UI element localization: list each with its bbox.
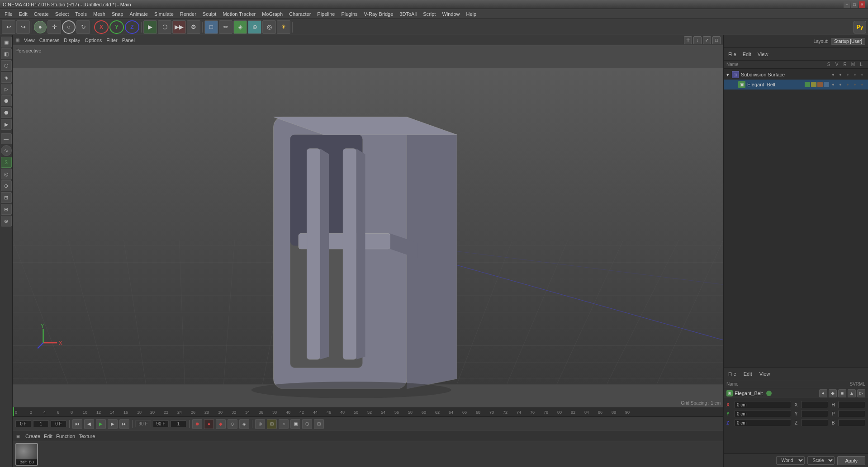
move-button[interactable]: ✛ [47,20,61,34]
om-tag-yellow[interactable] [811,82,816,87]
om-tag-green[interactable] [805,82,810,87]
end-frame-max[interactable]: 90 F [153,420,169,427]
deformer-tool-button[interactable]: ⊕ [248,20,261,34]
vp-menu-options[interactable]: Options [85,38,102,43]
am-mode-select[interactable]: WorldObjectLocal [776,456,805,465]
om-btn-file[interactable]: File [726,51,738,58]
om-subdiv-v[interactable]: ● [837,71,844,78]
left-mode-btn-2[interactable]: ⬡ [1,60,12,71]
om-row-elegant-belt[interactable]: ▣ Elegant_Belt ● ● ● ● ● [724,80,868,90]
am-pos-z-field[interactable]: 0 cm [735,419,791,426]
left-mode-btn-0[interactable]: ▣ [1,37,12,47]
left-mode-btn-5[interactable]: ⬢ [1,95,12,106]
vp-nav-btn-2[interactable]: ↓ [693,36,702,44]
mat-menu-function[interactable]: Function [56,434,75,439]
om-subdiv-s[interactable]: ● [830,71,836,78]
left-mode-btn-11[interactable]: ◎ [1,169,12,179]
om-belt-s[interactable]: ● [830,81,836,88]
om-belt-r[interactable]: ● [844,81,851,88]
play-button[interactable]: ▶ [96,419,106,429]
spline-tool-button[interactable]: ◈ [233,20,247,34]
om-tag-orange[interactable] [817,82,823,87]
om-belt-l[interactable]: ● [859,81,865,88]
render-region-button[interactable]: ⬡ [158,20,171,34]
end-frame-min[interactable]: 90 F [135,420,151,427]
skip-start-button[interactable]: ⏮ [72,419,82,429]
vp-nav-btn-1[interactable]: ✛ [684,36,692,44]
om-belt-v[interactable]: ● [837,81,844,88]
menu-script[interactable]: Script [420,10,438,18]
fps-display[interactable]: 1 [171,420,186,427]
om-expand-arrow[interactable]: ▾ [726,72,730,78]
start-frame-display[interactable]: 0 F [15,420,31,427]
config-btn-1[interactable]: ⊕ [255,419,265,429]
om-subdiv-l[interactable]: ● [859,71,865,78]
menu-plugins[interactable]: Plugins [338,10,360,18]
menu-mograph[interactable]: MoGraph [259,10,285,18]
z-axis-button[interactable]: Z [125,20,139,34]
auto-key-button[interactable]: ● [204,419,214,429]
vp-menu-view[interactable]: View [24,38,35,43]
current-frame-input[interactable]: 0 F [51,420,66,427]
scale-button[interactable]: ○ [62,20,76,34]
am-btn-file[interactable]: File [726,370,738,377]
am-pos-y-field[interactable]: 0 cm [735,410,791,417]
menu-character[interactable]: Character [286,10,313,18]
vp-menu-panel[interactable]: Panel [122,38,135,43]
pos-key-button[interactable]: ◇ [228,419,237,429]
am-btn-view[interactable]: View [758,370,772,377]
python-console-button[interactable]: Py [854,21,866,33]
am-rot-z-field[interactable] [801,419,828,426]
menu-animate[interactable]: Animate [127,10,151,18]
menu-file[interactable]: File [2,10,15,18]
left-mode-btn-15[interactable]: ⊗ [1,216,12,226]
config-btn-6[interactable]: ⊟ [314,419,324,429]
left-mode-btn-7[interactable]: ▶ [1,119,12,130]
y-axis-button[interactable]: Y [109,20,124,34]
key-all-button[interactable]: ◆ [216,419,226,429]
left-mode-btn-14[interactable]: ⊟ [1,204,12,215]
left-mode-btn-1[interactable]: ◧ [1,48,12,59]
vp-menu-display[interactable]: Display [64,38,80,43]
am-apply-button[interactable]: Apply [837,456,865,465]
om-subdiv-m[interactable]: ● [852,71,858,78]
menu-pipeline[interactable]: Pipeline [314,10,337,18]
cube-tool-button[interactable]: □ [204,20,218,34]
config-btn-2[interactable]: ⊞ [267,419,277,429]
close-button[interactable]: ✕ [859,1,865,8]
config-btn-5[interactable]: ⬡ [302,419,312,429]
record-button[interactable]: ⏺ [192,419,202,429]
menu-snap[interactable]: Snap [109,10,126,18]
om-btn-view[interactable]: View [756,51,770,58]
mat-menu-create[interactable]: Create [25,434,40,439]
am-rot-y-field[interactable] [801,410,828,417]
am-tag-1[interactable]: ● [819,389,827,397]
am-b-field[interactable] [838,419,865,426]
undo-button[interactable]: ↩ [2,20,15,34]
material-swatch-belt[interactable]: Belt_Bu [15,443,38,466]
menu-mesh[interactable]: Mesh [90,10,108,18]
am-btn-edit[interactable]: Edit [742,370,754,377]
left-mode-btn-13[interactable]: ⊞ [1,192,12,203]
vp-nav-btn-4[interactable]: □ [712,36,721,44]
layout-value[interactable]: Startup [User] [831,38,865,45]
am-pos-x-field[interactable]: 0 cm [735,401,791,408]
am-tag-5[interactable]: ▷ [857,389,865,397]
om-tag-blue[interactable] [824,82,829,87]
left-mode-btn-10[interactable]: $ [1,157,12,168]
left-mode-btn-9[interactable]: ∿ [1,145,12,156]
left-mode-btn-8[interactable]: — [1,133,12,144]
am-type-select[interactable]: Scale [807,456,835,465]
left-mode-btn-6[interactable]: ⬣ [1,107,12,118]
am-rot-x-field[interactable] [801,401,828,408]
camera-tool-button[interactable]: ◎ [262,20,276,34]
om-subdiv-r[interactable]: ● [844,71,851,78]
skip-end-button[interactable]: ⏭ [119,419,129,429]
am-h-field[interactable] [838,401,865,408]
config-btn-3[interactable]: ○ [279,419,289,429]
mat-menu-texture[interactable]: Texture [79,434,95,439]
render-button[interactable]: ▶▶ [172,20,186,34]
menu-create[interactable]: Create [31,10,52,18]
render-settings-button[interactable]: ⚙ [187,20,200,34]
next-frame-button[interactable]: ▶ [108,419,118,429]
